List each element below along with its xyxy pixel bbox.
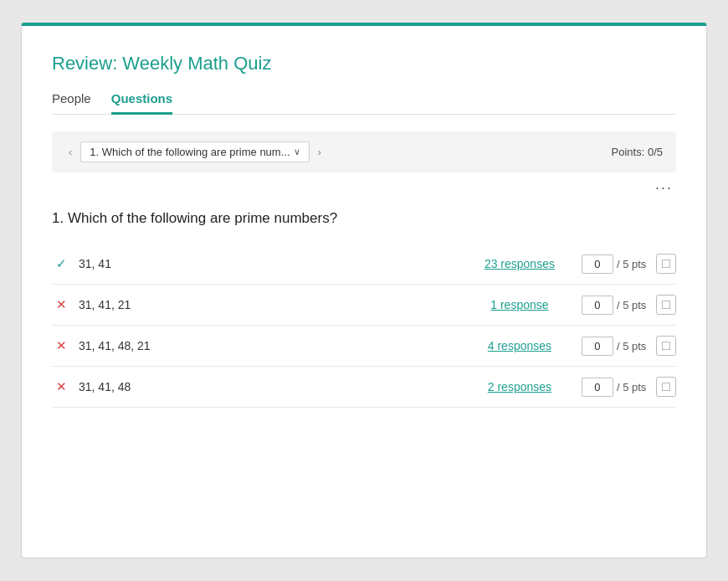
responses-link[interactable]: 1 response xyxy=(478,298,561,311)
answer-row: ✕31, 41, 482 responses/ 5 pts□ xyxy=(52,367,676,408)
comment-button[interactable]: □ xyxy=(656,336,676,356)
responses-link[interactable]: 23 responses xyxy=(478,257,561,270)
pts-label: / 5 pts xyxy=(617,299,646,311)
comment-button[interactable]: □ xyxy=(656,377,676,397)
score-input[interactable] xyxy=(582,378,613,397)
responses-link[interactable]: 2 responses xyxy=(478,380,561,393)
pts-label: / 5 pts xyxy=(617,258,646,270)
score-input[interactable] xyxy=(582,255,613,274)
answer-text: 31, 41 xyxy=(79,257,478,270)
answer-text: 31, 41, 48, 21 xyxy=(79,339,478,352)
score-input[interactable] xyxy=(582,337,613,356)
points-label: Points: 0/5 xyxy=(612,146,663,158)
answer-row: ✕31, 41, 48, 214 responses/ 5 pts□ xyxy=(52,326,676,367)
next-arrow-icon[interactable]: › xyxy=(315,144,325,160)
question-dropdown[interactable]: 1. Which of the following are prime num.… xyxy=(80,141,309,162)
score-area: / 5 pts xyxy=(582,378,646,397)
answer-text: 31, 41, 21 xyxy=(79,298,478,311)
pts-label: / 5 pts xyxy=(617,340,646,352)
question-dropdown-label: 1. Which of the following are prime num.… xyxy=(90,146,290,158)
score-input[interactable] xyxy=(582,296,613,315)
answers-list: ✓31, 4123 responses/ 5 pts□✕31, 41, 211 … xyxy=(52,244,676,408)
pts-label: / 5 pts xyxy=(617,381,646,393)
question-title: 1. Which of the following are prime numb… xyxy=(52,210,676,227)
page-title: Review: Weekly Math Quiz xyxy=(52,53,676,75)
answer-row: ✓31, 4123 responses/ 5 pts□ xyxy=(52,244,676,285)
score-area: / 5 pts xyxy=(582,296,646,315)
chevron-down-icon: ∨ xyxy=(294,147,300,157)
prev-arrow-icon[interactable]: ‹ xyxy=(65,144,75,160)
answer-text: 31, 41, 48 xyxy=(79,380,478,393)
responses-link[interactable]: 4 responses xyxy=(478,339,561,352)
correct-icon: ✓ xyxy=(52,256,70,271)
nav-bar-bottom: ··· xyxy=(52,179,676,197)
incorrect-icon: ✕ xyxy=(52,338,70,353)
score-area: / 5 pts xyxy=(582,337,646,356)
main-card: Review: Weekly Math Quiz People Question… xyxy=(21,23,707,558)
comment-button[interactable]: □ xyxy=(656,295,676,315)
more-options-button[interactable]: ··· xyxy=(652,179,676,197)
tab-questions[interactable]: Questions xyxy=(111,91,172,115)
tabs-bar: People Questions xyxy=(52,91,676,115)
score-area: / 5 pts xyxy=(582,255,646,274)
answer-row: ✕31, 41, 211 response/ 5 pts□ xyxy=(52,285,676,326)
tab-people[interactable]: People xyxy=(52,91,91,115)
question-nav-left: ‹ 1. Which of the following are prime nu… xyxy=(65,141,325,162)
incorrect-icon: ✕ xyxy=(52,379,70,394)
comment-button[interactable]: □ xyxy=(656,254,676,274)
incorrect-icon: ✕ xyxy=(52,297,70,312)
question-nav-bar: ‹ 1. Which of the following are prime nu… xyxy=(52,131,676,172)
